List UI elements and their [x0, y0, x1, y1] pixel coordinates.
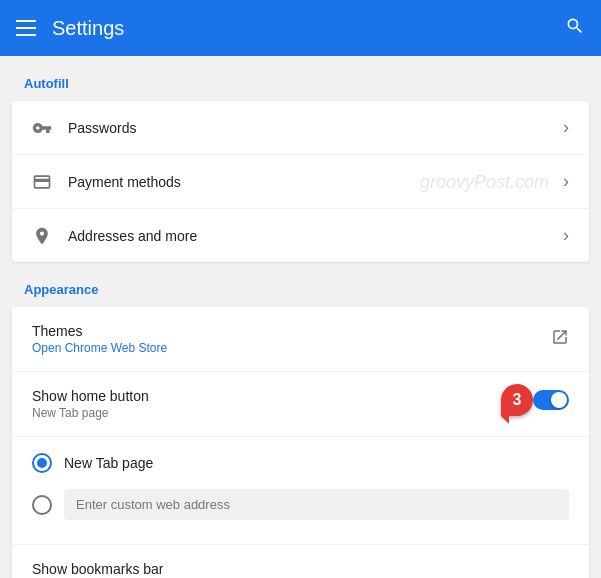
autofill-section-label: Autofill: [0, 56, 601, 101]
appearance-card: Themes Open Chrome Web Store Show home b…: [12, 307, 589, 578]
new-tab-radio-button[interactable]: [32, 453, 52, 473]
hamburger-menu-button[interactable]: [16, 20, 36, 36]
search-icon[interactable]: [565, 16, 585, 41]
home-button-text: Show home button New Tab page: [32, 388, 533, 420]
custom-web-address-input[interactable]: [64, 489, 569, 520]
key-icon: [32, 118, 68, 138]
page-title: Settings: [52, 17, 124, 40]
autofill-card: groovyPost.com Passwords › Payment metho…: [12, 101, 589, 262]
home-button-subtitle: New Tab page: [32, 406, 533, 420]
radio-options-section: New Tab page: [12, 437, 589, 545]
annotation-badge-3: 3: [501, 384, 533, 416]
bookmarks-bar-row[interactable]: Show bookmarks bar: [12, 545, 589, 578]
passwords-label: Passwords: [68, 120, 563, 136]
themes-title: Themes: [32, 323, 551, 339]
toggle-thumb: [551, 392, 567, 408]
app-header: Settings: [0, 0, 601, 56]
toggle-switch[interactable]: [533, 390, 569, 410]
bookmarks-bar-label: Show bookmarks bar: [32, 561, 164, 577]
payment-arrow-icon: ›: [563, 171, 569, 192]
custom-url-radio-row[interactable]: [32, 481, 569, 528]
payment-row[interactable]: Payment methods ›: [12, 155, 589, 209]
themes-text: Themes Open Chrome Web Store: [32, 323, 551, 355]
external-link-icon: [551, 328, 569, 351]
home-button-title: Show home button: [32, 388, 533, 404]
location-pin-icon: [32, 226, 68, 246]
custom-url-radio-button[interactable]: [32, 495, 52, 515]
home-button-toggle[interactable]: [533, 390, 569, 410]
addresses-label: Addresses and more: [68, 228, 563, 244]
addresses-row[interactable]: Addresses and more ›: [12, 209, 589, 262]
chrome-web-store-link[interactable]: Open Chrome Web Store: [32, 341, 551, 355]
passwords-arrow-icon: ›: [563, 117, 569, 138]
payment-label: Payment methods: [68, 174, 563, 190]
new-tab-radio-label: New Tab page: [64, 455, 153, 471]
credit-card-icon: [32, 172, 68, 192]
home-button-row: Show home button New Tab page 3: [12, 372, 589, 437]
themes-row[interactable]: Themes Open Chrome Web Store: [12, 307, 589, 372]
passwords-row[interactable]: Passwords ›: [12, 101, 589, 155]
appearance-section-label: Appearance: [0, 262, 601, 307]
new-tab-radio-row[interactable]: New Tab page: [32, 445, 569, 481]
header-left: Settings: [16, 17, 124, 40]
addresses-arrow-icon: ›: [563, 225, 569, 246]
settings-content: Autofill groovyPost.com Passwords › Paym…: [0, 56, 601, 578]
